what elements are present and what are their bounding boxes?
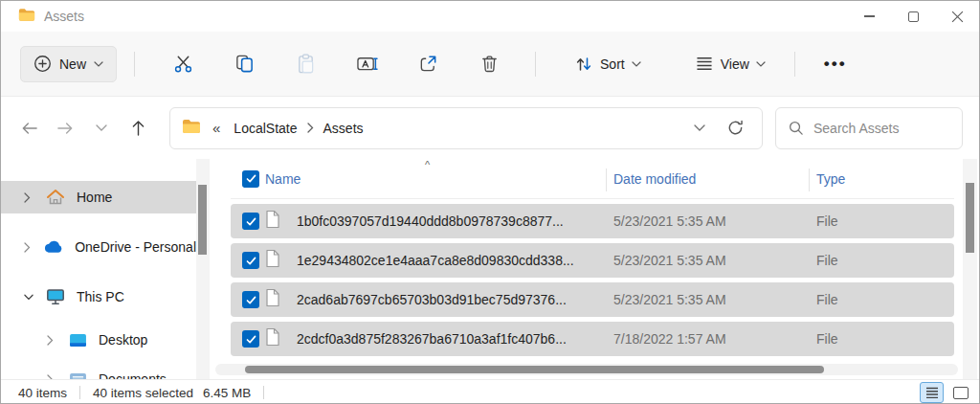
- chevron-right-icon[interactable]: [24, 242, 31, 253]
- toolbar-separator: [134, 52, 135, 77]
- sidebar-item-label: This PC: [77, 289, 124, 304]
- sort-ascending-indicator: ^: [425, 159, 430, 170]
- horizontal-scrollbar[interactable]: [215, 364, 958, 375]
- file-name: 1b0fc0397057d19440ddd8b0978739c8877...: [294, 213, 613, 229]
- minimize-icon: [864, 15, 875, 16]
- table-row[interactable]: 1e29434802ce1e4aaa7ca8e8d09830cdd338... …: [231, 243, 954, 278]
- share-button[interactable]: [407, 46, 449, 82]
- column-header-type[interactable]: Type: [816, 171, 954, 187]
- back-arrow-icon: [20, 121, 38, 136]
- sidebar-item-label: Desktop: [99, 332, 147, 348]
- row-checkbox[interactable]: [242, 213, 259, 230]
- title-group: Assets: [18, 8, 84, 26]
- check-icon: [246, 335, 256, 344]
- row-checkbox[interactable]: [242, 252, 259, 269]
- close-button[interactable]: [935, 1, 979, 32]
- window-controls: [847, 1, 979, 32]
- thumbnail-view-button[interactable]: [948, 382, 972, 403]
- address-bar-row: « LocalState Assets: [1, 97, 979, 159]
- view-toggles: [920, 382, 972, 403]
- up-button[interactable]: [120, 110, 156, 146]
- chevron-down-icon: [96, 124, 107, 131]
- column-divider[interactable]: [606, 168, 607, 191]
- check-icon: [246, 296, 256, 304]
- delete-button[interactable]: [468, 46, 510, 82]
- row-checkbox[interactable]: [242, 330, 259, 348]
- details-view-button[interactable]: [920, 382, 944, 403]
- sidebar-item-home[interactable]: Home: [1, 181, 196, 213]
- refresh-icon[interactable]: [726, 119, 745, 137]
- new-button[interactable]: New: [20, 46, 117, 82]
- breadcrumb-bar[interactable]: « LocalState Assets: [169, 107, 763, 149]
- more-options-button[interactable]: •••: [814, 55, 857, 74]
- back-button[interactable]: [11, 110, 47, 146]
- view-dropdown[interactable]: View: [685, 46, 775, 82]
- breadcrumb-item-assets[interactable]: Assets: [320, 121, 368, 136]
- forward-button[interactable]: [47, 110, 83, 146]
- breadcrumb-controls: [694, 119, 750, 137]
- table-row[interactable]: 1b0fc0397057d19440ddd8b0978739c8877... 5…: [231, 204, 954, 238]
- search-box[interactable]: [775, 107, 963, 149]
- chevron-down-icon[interactable]: [24, 294, 33, 301]
- statusbar-divider: [79, 386, 80, 399]
- select-all-checkbox[interactable]: [242, 170, 259, 188]
- selection-count: 40 items selected: [93, 386, 193, 400]
- desktop-icon: [69, 333, 87, 348]
- cut-button[interactable]: [162, 46, 204, 82]
- file-icon: [265, 210, 294, 233]
- vertical-scrollbar-thumb[interactable]: [966, 183, 974, 253]
- close-icon: [951, 11, 964, 23]
- column-divider[interactable]: [809, 168, 810, 191]
- file-type: File: [816, 253, 954, 268]
- file-name: 1e29434802ce1e4aaa7ca8e8d09830cdd338...: [294, 253, 613, 268]
- breadcrumb-overflow[interactable]: «: [212, 120, 220, 136]
- check-icon: [246, 174, 256, 183]
- sidebar-item-onedrive[interactable]: OneDrive - Personal: [1, 231, 196, 263]
- file-icon: [265, 249, 294, 272]
- item-count: 40 items: [18, 386, 67, 400]
- search-icon: [788, 120, 804, 136]
- table-row[interactable]: 2cdcf0a3d875f283267ba6710a3af1fc407b6...…: [231, 322, 954, 356]
- sidebar-item-this-pc[interactable]: This PC: [1, 281, 196, 313]
- selection-size: 6.45 MB: [203, 386, 251, 400]
- vertical-scrollbar[interactable]: [963, 159, 977, 379]
- up-arrow-icon: [130, 119, 146, 137]
- documents-icon: [69, 372, 87, 380]
- new-button-label: New: [59, 56, 86, 72]
- file-date-modified: 5/23/2021 5:35 AM: [613, 253, 816, 268]
- search-input[interactable]: [813, 121, 938, 136]
- row-checkbox[interactable]: [242, 291, 259, 308]
- sidebar-item-label: Home: [77, 190, 112, 205]
- breadcrumb-item-localstate[interactable]: LocalState: [230, 121, 301, 136]
- file-name: 2cad6ab7697cb65703b03d91bec75d97376...: [294, 292, 613, 307]
- file-type: File: [816, 331, 954, 347]
- sidebar-item-desktop[interactable]: Desktop: [1, 324, 196, 356]
- maximize-button[interactable]: [891, 1, 935, 32]
- file-type: File: [816, 213, 954, 229]
- chevron-right-icon[interactable]: [24, 192, 33, 203]
- paste-button[interactable]: [284, 46, 326, 82]
- column-header-name[interactable]: Name: [265, 171, 613, 187]
- horizontal-scrollbar-thumb[interactable]: [245, 366, 824, 373]
- sidebar-scrollbar-thumb[interactable]: [198, 185, 207, 255]
- table-row[interactable]: 2cad6ab7697cb65703b03d91bec75d97376... 5…: [231, 282, 954, 317]
- copy-button[interactable]: [223, 46, 265, 82]
- address-dropdown-icon[interactable]: [694, 124, 705, 131]
- chevron-down-icon: [756, 61, 766, 67]
- sort-dropdown[interactable]: Sort: [565, 46, 651, 82]
- minimize-button[interactable]: [847, 1, 891, 32]
- sidebar-scrollbar[interactable]: [196, 159, 210, 379]
- home-icon: [46, 189, 65, 206]
- title-bar: Assets: [1, 1, 979, 32]
- rename-button[interactable]: [345, 46, 388, 82]
- column-header-date-modified[interactable]: Date modified: [613, 171, 816, 187]
- recent-locations-button[interactable]: [83, 110, 120, 146]
- sort-label: Sort: [600, 56, 625, 72]
- cut-icon: [173, 54, 193, 74]
- forward-arrow-icon: [56, 121, 75, 136]
- sidebar-item-documents[interactable]: Documents: [1, 363, 196, 379]
- toolbar-separator: [535, 52, 536, 77]
- chevron-right-icon[interactable]: [47, 374, 56, 380]
- chevron-right-icon[interactable]: [47, 335, 56, 346]
- check-icon: [246, 257, 256, 265]
